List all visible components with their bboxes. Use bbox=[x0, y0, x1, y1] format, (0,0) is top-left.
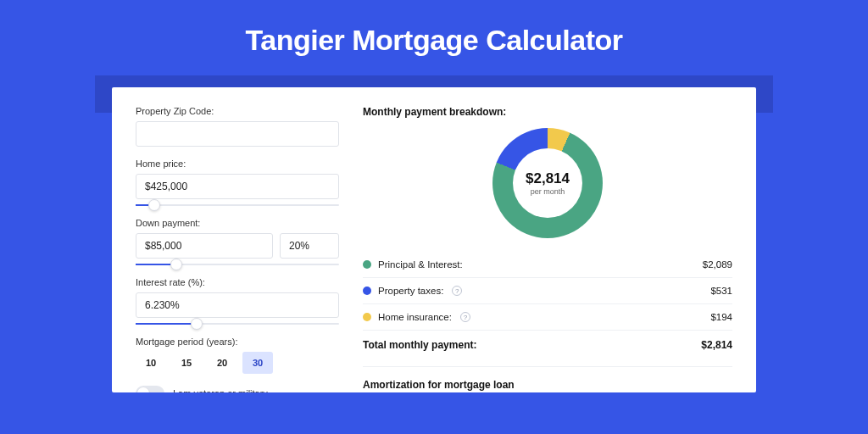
home-price-label: Home price: bbox=[136, 159, 339, 169]
dot-icon bbox=[363, 260, 371, 269]
interest-slider-fill bbox=[136, 323, 197, 325]
donut-chart: $2,814 per month bbox=[492, 128, 603, 238]
page-title: Tangier Mortgage Calculator bbox=[0, 0, 868, 75]
donut-center: $2,814 per month bbox=[513, 148, 582, 218]
donut-center-amount: $2,814 bbox=[526, 170, 570, 187]
amortization-block: Amortization for mortgage loan Amortizat… bbox=[363, 366, 732, 392]
period-button-20[interactable]: 20 bbox=[207, 352, 237, 374]
donut-chart-wrap: $2,814 per month bbox=[363, 128, 732, 238]
total-value: $2,814 bbox=[701, 339, 732, 351]
legend-row-principal: Principal & Interest: $2,089 bbox=[363, 252, 732, 278]
home-price-slider-thumb[interactable] bbox=[148, 199, 160, 211]
down-payment-input[interactable] bbox=[136, 233, 273, 259]
dot-icon bbox=[363, 313, 371, 321]
interest-slider-thumb[interactable] bbox=[191, 318, 203, 330]
breakdown-title: Monthly payment breakdown: bbox=[363, 106, 732, 118]
zip-input[interactable] bbox=[136, 121, 339, 147]
period-field-block: Mortgage period (years): 10 15 20 30 bbox=[136, 337, 339, 374]
legend-value: $194 bbox=[710, 312, 732, 322]
form-column: Property Zip Code: Home price: Down paym… bbox=[136, 106, 339, 392]
legend-label: Property taxes: bbox=[378, 286, 443, 296]
down-payment-field-block: Down payment: bbox=[136, 218, 339, 265]
legend-value: $2,089 bbox=[703, 259, 732, 270]
veteran-toggle[interactable] bbox=[136, 386, 164, 392]
dot-icon bbox=[363, 287, 371, 295]
results-column: Monthly payment breakdown: $2,814 per mo… bbox=[363, 106, 732, 392]
home-price-slider[interactable] bbox=[136, 204, 339, 206]
total-row: Total monthly payment: $2,814 bbox=[363, 331, 732, 363]
interest-slider[interactable] bbox=[136, 323, 339, 325]
veteran-toggle-knob bbox=[137, 387, 149, 392]
zip-field-block: Property Zip Code: bbox=[136, 106, 339, 147]
info-icon[interactable]: ? bbox=[460, 312, 470, 322]
legend-label: Principal & Interest: bbox=[378, 259, 463, 270]
calculator-card: Property Zip Code: Home price: Down paym… bbox=[112, 87, 756, 392]
period-button-15[interactable]: 15 bbox=[171, 352, 202, 374]
legend-label: Home insurance: bbox=[378, 312, 452, 322]
down-payment-label: Down payment: bbox=[136, 218, 339, 228]
total-label: Total monthly payment: bbox=[363, 339, 476, 351]
info-icon[interactable]: ? bbox=[452, 286, 462, 296]
legend-value: $531 bbox=[710, 286, 732, 296]
period-label: Mortgage period (years): bbox=[136, 337, 339, 347]
down-payment-slider-thumb[interactable] bbox=[170, 259, 182, 270]
down-payment-pct-input[interactable] bbox=[280, 233, 339, 259]
veteran-toggle-row: I am veteran or military bbox=[136, 386, 339, 392]
period-button-30[interactable]: 30 bbox=[242, 352, 273, 374]
down-payment-slider[interactable] bbox=[136, 264, 339, 265]
veteran-toggle-label: I am veteran or military bbox=[173, 388, 268, 392]
donut-center-sub: per month bbox=[531, 187, 565, 196]
interest-input[interactable] bbox=[136, 292, 339, 318]
home-price-field-block: Home price: bbox=[136, 159, 339, 206]
interest-field-block: Interest rate (%): bbox=[136, 277, 339, 325]
period-button-group: 10 15 20 30 bbox=[136, 352, 339, 374]
amortization-title: Amortization for mortgage loan bbox=[363, 379, 732, 391]
legend-row-taxes: Property taxes: ? $531 bbox=[363, 278, 732, 304]
period-button-10[interactable]: 10 bbox=[136, 352, 166, 374]
zip-label: Property Zip Code: bbox=[136, 106, 339, 116]
home-price-input[interactable] bbox=[136, 174, 339, 199]
legend-row-insurance: Home insurance: ? $194 bbox=[363, 304, 732, 331]
interest-label: Interest rate (%): bbox=[136, 277, 339, 287]
